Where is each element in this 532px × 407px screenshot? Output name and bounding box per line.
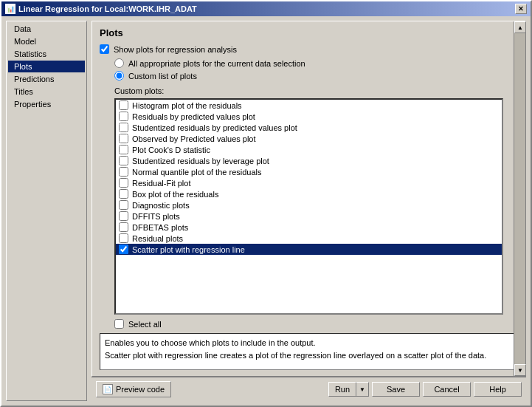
sidebar-item-data[interactable]: Data	[8, 23, 85, 35]
plot-checkbox-9[interactable]	[119, 200, 128, 210]
plot-label-3: Observed by Predicted values plot	[132, 134, 256, 143]
description-box: Enables you to choose which plots to inc…	[100, 333, 518, 370]
list-item[interactable]: Observed by Predicted values plot	[116, 133, 502, 144]
sidebar-item-plots[interactable]: Plots	[8, 61, 85, 72]
sidebar-item-statistics[interactable]: Statistics	[8, 48, 85, 60]
plot-label-13: Scatter plot with regression line	[132, 245, 245, 254]
titlebar-left: 📊 Linear Regression for Local:WORK.IHR_A…	[5, 4, 197, 14]
bottom-bar: 📄 Preview code Run ▼ Save Cancel Help	[91, 377, 526, 401]
custom-plots-label: Custom plots:	[114, 86, 518, 95]
close-button[interactable]: ✕	[515, 4, 527, 14]
radio-custom-label: Custom list of plots	[128, 72, 197, 81]
sidebar-item-properties[interactable]: Properties	[8, 98, 85, 110]
plot-checkbox-5[interactable]	[119, 156, 128, 165]
show-plots-checkbox[interactable]	[100, 44, 109, 54]
radio-custom[interactable]	[114, 71, 124, 81]
plot-checkbox-2[interactable]	[119, 123, 128, 132]
scrollbar[interactable]: ▲ ▼	[514, 21, 525, 376]
main-panel: ▲ ▼ Plots Show plots for regression anal…	[91, 21, 526, 377]
titlebar: 📊 Linear Regression for Local:WORK.IHR_A…	[1, 1, 531, 16]
list-item[interactable]: Diagnostic plots	[116, 199, 502, 211]
select-all-checkbox[interactable]	[114, 319, 124, 329]
plot-label-2: Studentized residuals by predicted value…	[132, 123, 297, 132]
preview-code-label: Preview code	[116, 385, 165, 394]
plot-checkbox-7[interactable]	[119, 178, 128, 188]
scroll-down-button[interactable]: ▼	[514, 364, 526, 376]
save-button[interactable]: Save	[372, 382, 420, 397]
radio-group: All appropriate plots for the current da…	[114, 58, 518, 81]
plot-label-8: Box plot of the residuals	[132, 190, 218, 199]
sidebar-item-predictions[interactable]: Predictions	[8, 73, 85, 85]
run-dropdown-button[interactable]: ▼	[356, 382, 369, 397]
list-item[interactable]: DFBETAS plots	[116, 222, 502, 233]
list-item[interactable]: Histogram plot of the residuals	[116, 100, 502, 111]
sidebar-item-titles[interactable]: Titles	[8, 86, 85, 98]
scroll-track	[514, 33, 525, 364]
plot-checkbox-13[interactable]	[119, 244, 128, 254]
list-item[interactable]: Studentized residuals by leverage plot	[116, 155, 502, 166]
plot-checkbox-4[interactable]	[119, 145, 128, 154]
panel-title: Plots	[100, 27, 518, 38]
plot-label-5: Studentized residuals by leverage plot	[132, 157, 269, 165]
list-item[interactable]: Normal quantile plot of the residuals	[116, 166, 502, 177]
main-window: 📊 Linear Regression for Local:WORK.IHR_A…	[0, 0, 532, 407]
preview-icon: 📄	[103, 384, 113, 394]
plot-checkbox-3[interactable]	[119, 134, 128, 143]
description-line2: Scatter plot with regression line create…	[105, 349, 513, 362]
show-plots-row: Show plots for regression analysis	[100, 44, 518, 54]
cancel-button[interactable]: Cancel	[423, 382, 471, 397]
plot-label-9: Diagnostic plots	[132, 201, 190, 210]
window-title: Linear Regression for Local:WORK.IHR_ADA…	[18, 4, 197, 13]
plot-checkbox-1[interactable]	[119, 112, 128, 121]
plot-checkbox-6[interactable]	[119, 167, 128, 177]
plot-checkbox-10[interactable]	[119, 211, 128, 221]
preview-code-button[interactable]: 📄 Preview code	[96, 381, 171, 397]
plot-checkbox-0[interactable]	[119, 100, 128, 110]
show-plots-label: Show plots for regression analysis	[114, 45, 237, 54]
list-item[interactable]: Plot Cook's D statistic	[116, 144, 502, 155]
list-item[interactable]: Box plot of the residuals	[116, 188, 502, 199]
plot-checkbox-8[interactable]	[119, 189, 128, 199]
window-body: Data Model Statistics Plots Predictions …	[1, 16, 531, 406]
list-item-selected[interactable]: Scatter plot with regression line	[116, 244, 502, 255]
sidebar-item-model[interactable]: Model	[8, 35, 85, 47]
plot-label-7: Residual-Fit plot	[132, 179, 190, 188]
plot-label-12: Residual plots	[132, 234, 183, 243]
run-button[interactable]: Run	[328, 382, 356, 397]
list-item[interactable]: Residual plots	[116, 233, 502, 244]
radio-all-label: All appropriate plots for the current da…	[128, 59, 305, 68]
list-item[interactable]: DFFITS plots	[116, 211, 502, 222]
radio-all[interactable]	[114, 58, 124, 68]
list-item[interactable]: Studentized residuals by predicted value…	[116, 122, 502, 133]
plot-checkbox-11[interactable]	[119, 222, 128, 232]
plot-label-0: Histogram plot of the residuals	[132, 101, 242, 110]
run-group: Run ▼	[328, 382, 369, 397]
plot-label-4: Plot Cook's D statistic	[132, 146, 210, 154]
description-line1: Enables you to choose which plots to inc…	[105, 337, 513, 349]
plot-checkbox-12[interactable]	[119, 233, 128, 243]
sidebar: Data Model Statistics Plots Predictions …	[6, 21, 87, 401]
list-item[interactable]: Residuals by predicted values plot	[116, 111, 502, 122]
plot-label-10: DFFITS plots	[132, 212, 180, 221]
select-all-label: Select all	[128, 320, 162, 329]
plots-list[interactable]: Histogram plot of the residuals Residual…	[114, 98, 503, 315]
radio-all-row: All appropriate plots for the current da…	[114, 58, 518, 68]
scroll-up-button[interactable]: ▲	[514, 21, 526, 33]
list-item[interactable]: Residual-Fit plot	[116, 177, 502, 188]
plot-label-11: DFBETAS plots	[132, 223, 188, 232]
select-all-row: Select all	[114, 319, 518, 329]
app-icon: 📊	[5, 4, 15, 14]
plot-label-1: Residuals by predicted values plot	[132, 112, 255, 121]
radio-custom-row: Custom list of plots	[114, 71, 518, 81]
help-button[interactable]: Help	[474, 382, 522, 397]
main-content: ▲ ▼ Plots Show plots for regression anal…	[91, 21, 526, 401]
plot-label-6: Normal quantile plot of the residuals	[132, 168, 261, 177]
